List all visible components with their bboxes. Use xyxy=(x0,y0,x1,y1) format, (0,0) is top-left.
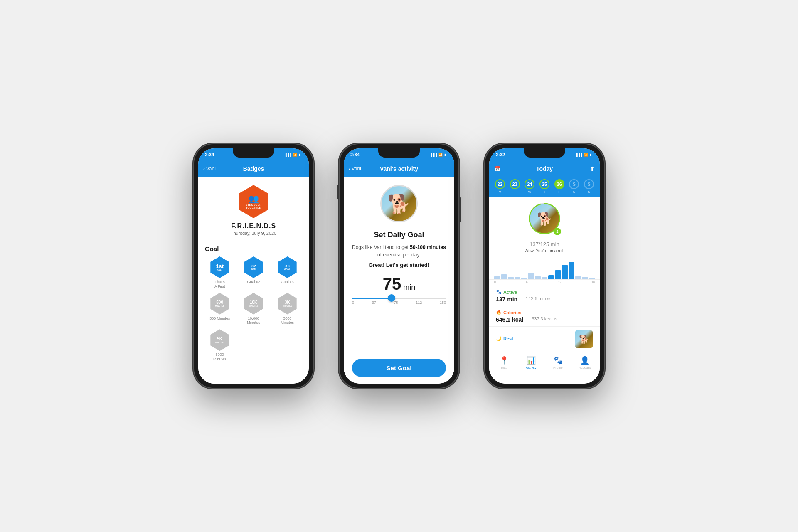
cal-day-s2[interactable]: S S xyxy=(584,179,594,194)
slider-thumb[interactable] xyxy=(388,294,395,302)
nav-item-activity[interactable]: 📊 Activity xyxy=(518,356,545,369)
signal-icon-2: ▐▐▐ xyxy=(430,153,437,157)
bar-11 xyxy=(562,265,568,279)
chart-label-6: 6 xyxy=(526,281,528,283)
cal-day-num-25: 25 xyxy=(539,179,549,189)
cal-day-label-s2: S xyxy=(588,190,590,194)
desc-text-2: of exercise per day. xyxy=(377,252,421,258)
slider-container[interactable]: 0 37 75 112 150 xyxy=(352,298,446,305)
phone-notch-1 xyxy=(233,148,274,158)
nav-back-1[interactable]: ‹ Vani xyxy=(203,165,216,172)
goal-title: Goal xyxy=(205,245,302,252)
slider-label-37: 37 xyxy=(372,300,376,305)
cal-day-label-t1: T xyxy=(514,190,516,194)
ring-badge: 2 xyxy=(554,228,561,235)
active-value: 137 min xyxy=(496,296,517,303)
badge-hero: 👥 STRONGERTOGETHER F.R.I.E.N.D.S Thursda… xyxy=(198,177,309,241)
status-time-1: 2:34 xyxy=(205,152,214,157)
calories-label: Calories xyxy=(503,310,521,315)
cal-day-label-w: W xyxy=(528,190,531,194)
nav-item-map[interactable]: 📍 Map xyxy=(491,356,518,369)
goal-hex-x3: X3 GOAL xyxy=(276,256,298,278)
nav-right-share[interactable]: ⬆ xyxy=(590,165,595,172)
battery-icon-1: ▮ xyxy=(299,153,300,157)
slider-label-0: 0 xyxy=(352,300,354,305)
goal-section: Goal 1st GOAL That'sA First xyxy=(198,241,309,366)
goal-grid: 1st GOAL That'sA First X2 GOAL Goal x2 xyxy=(205,256,302,362)
map-icon: 📍 xyxy=(500,356,509,365)
goal-hex-x3-label: GOAL xyxy=(284,268,290,271)
set-goal-title: Set Daily Goal xyxy=(374,231,424,239)
chart-label-0: 0 xyxy=(494,281,496,283)
map-label: Map xyxy=(501,366,507,369)
slider-fill xyxy=(352,298,392,299)
signal-icon-3: ▐▐▐ xyxy=(575,153,582,157)
nav-back-2[interactable]: ‹ Vani xyxy=(349,165,361,172)
badges-content: 👥 STRONGERTOGETHER F.R.I.E.N.D.S Thursda… xyxy=(198,177,309,384)
cal-day-label-s1: S xyxy=(573,190,575,194)
goal-hex-3k-num: 3K xyxy=(285,300,290,305)
rest-label: Rest xyxy=(503,336,513,341)
back-label-2: Vani xyxy=(352,166,361,172)
cal-day-s1[interactable]: S S xyxy=(569,179,579,194)
goal-label-10k: 10,000Minutes xyxy=(247,316,260,325)
nav-item-account[interactable]: 👤 Account xyxy=(571,356,598,369)
moon-icon: 🌙 xyxy=(496,336,502,341)
bar-8 xyxy=(542,277,547,279)
battery-icon-2: ▮ xyxy=(444,153,446,157)
goal-item-5k: 5K minutes 5000Minutes xyxy=(205,329,234,362)
cal-day-label-m: M xyxy=(499,190,502,194)
status-icons-2: ▐▐▐ 📶 ▮ xyxy=(430,153,446,157)
goal-hex-5k-num: 5K xyxy=(217,337,222,341)
status-time-2: 2:34 xyxy=(350,152,360,157)
status-time-3: 2:32 xyxy=(496,152,505,157)
goal-label-x3: Goal x3 xyxy=(281,280,294,284)
cal-day-25[interactable]: 25 T xyxy=(539,179,549,194)
ring-wrapper: 🐕 2 xyxy=(528,202,561,235)
active-label: Active xyxy=(503,290,517,295)
phones-container: 2:34 ▐▐▐ 📶 ▮ ‹ Vani Badges xyxy=(193,143,605,389)
signal-icon-1: ▐▐▐ xyxy=(284,153,291,157)
bar-15 xyxy=(589,278,595,279)
ring-dog-emoji: 🐕 xyxy=(537,212,552,226)
dog-avatar-2: 🐕 xyxy=(380,185,418,222)
cal-day-num-s1: S xyxy=(569,179,579,189)
goal-hex-500-num: 500 xyxy=(216,300,223,305)
back-arrow-2: ‹ xyxy=(349,165,351,172)
goal-item-10k: 10K minutes 10,000Minutes xyxy=(239,293,268,325)
slider-label-75: 75 xyxy=(394,300,398,305)
goal-item-x2: X2 GOAL Goal x2 xyxy=(239,256,268,289)
activity-stats-header: 137/125 min Wow! You're on a roll! xyxy=(489,238,600,253)
set-goal-cta: Great! Let's get started! xyxy=(369,262,429,268)
activity-min-value: 137 xyxy=(530,241,539,247)
slider-track xyxy=(352,298,446,299)
chart-label-18: 18 xyxy=(591,281,595,283)
activity-subtitle: Wow! You're on a roll! xyxy=(489,249,600,253)
set-goal-button[interactable]: Set Goal xyxy=(352,359,446,377)
account-icon: 👤 xyxy=(580,356,589,365)
bar-chart-labels: 0 6 12 18 xyxy=(489,280,600,284)
cal-day-24[interactable]: 24 W xyxy=(525,179,534,194)
back-label-1: Vani xyxy=(206,166,216,172)
goal-hex-x2-text: X2 xyxy=(251,264,256,268)
battery-icon-3: ▮ xyxy=(590,153,591,157)
goal-hex-10k-label: minutes xyxy=(249,305,259,307)
slider-label-112: 112 xyxy=(416,300,422,305)
nav-item-profile[interactable]: 🐾 Profile xyxy=(544,356,571,369)
activity-main: 🐕 2 137/125 min Wow! You're on a roll! xyxy=(489,197,600,384)
rest-dog-thumb: 🐕 xyxy=(575,330,593,348)
cal-day-23[interactable]: 23 T xyxy=(510,179,520,194)
cal-day-22[interactable]: 22 M xyxy=(495,179,505,194)
goal-item-3k: 3K minutes 3000Minutes xyxy=(273,293,302,325)
goal-number: 75 min xyxy=(383,275,416,293)
bar-10 xyxy=(555,270,561,279)
phone-today: 2:32 ▐▐▐ 📶 ▮ 📅 Today ⬆ xyxy=(484,143,605,389)
badge-stronger-text: STRONGERTOGETHER xyxy=(246,204,261,209)
nav-left-icon-3[interactable]: 📅 xyxy=(494,166,500,172)
cal-day-num-26: 26 xyxy=(554,179,564,189)
calories-avg: 637.3 kcal ø xyxy=(532,316,557,323)
profile-icon: 🐾 xyxy=(553,356,562,365)
cal-day-26[interactable]: 26 F xyxy=(554,179,564,194)
bar-5 xyxy=(521,278,527,279)
goal-item-500: 500 minutes 500 Minutes xyxy=(205,293,234,325)
